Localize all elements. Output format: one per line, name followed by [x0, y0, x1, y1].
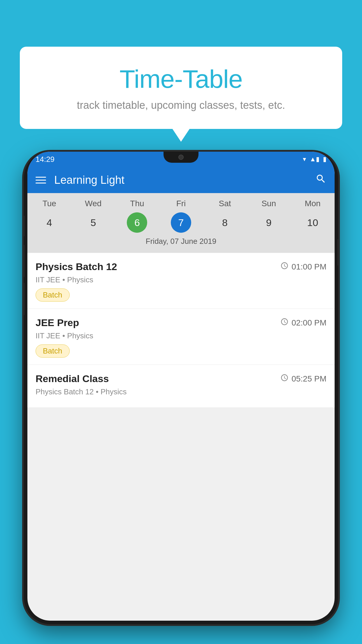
silent-button	[24, 283, 24, 315]
selected-date-label: Friday, 07 June 2019	[27, 237, 335, 250]
day-10[interactable]: 10	[303, 212, 323, 233]
clock-icon-3	[280, 374, 289, 384]
schedule-item-1-title: Physics Batch 12	[36, 261, 117, 272]
wifi-icon: ▾	[303, 155, 306, 163]
day-9[interactable]: 9	[259, 212, 279, 233]
schedule-item-2-time: 02:00 PM	[280, 318, 326, 328]
batch-badge-2: Batch	[36, 344, 70, 358]
phone-frame: 14:29 ▾ ▲▮ ▮ Learning Light	[24, 152, 338, 624]
phone-screen: 14:29 ▾ ▲▮ ▮ Learning Light	[27, 152, 335, 621]
day-4[interactable]: 4	[39, 212, 59, 233]
volume-down-button	[24, 245, 24, 277]
schedule-item-2[interactable]: JEE Prep 02:00 PM IIT JEE • Physics Batc…	[27, 309, 335, 365]
menu-line-3	[36, 183, 46, 183]
app-title: Learning Light	[54, 174, 315, 186]
notch	[164, 152, 198, 163]
calendar-strip: Tue Wed Thu Fri Sat Sun Mon 4 5 6 7 8 9 …	[27, 193, 335, 253]
schedule-item-2-row1: JEE Prep 02:00 PM	[36, 317, 326, 328]
day-numbers: 4 5 6 7 8 9 10	[27, 212, 335, 233]
bubble-subtitle: track timetable, upcoming classes, tests…	[31, 99, 331, 111]
schedule-item-1-time-text: 01:00 PM	[291, 262, 326, 272]
schedule-list: Physics Batch 12 01:00 PM IIT JEE • Phys…	[27, 253, 335, 408]
clock-icon-1	[280, 262, 289, 272]
power-button	[338, 239, 338, 265]
day-headers: Tue Wed Thu Fri Sat Sun Mon	[27, 199, 335, 208]
schedule-item-3-row1: Remedial Class 05:25 PM	[36, 373, 326, 384]
schedule-item-1-row1: Physics Batch 12 01:00 PM	[36, 261, 326, 272]
schedule-item-3-time: 05:25 PM	[280, 374, 326, 384]
schedule-item-1-time: 01:00 PM	[280, 262, 326, 272]
front-camera	[178, 155, 184, 160]
schedule-item-1[interactable]: Physics Batch 12 01:00 PM IIT JEE • Phys…	[27, 253, 335, 309]
phone-wrapper: 14:29 ▾ ▲▮ ▮ Learning Light	[24, 152, 338, 644]
day-6-today[interactable]: 6	[127, 212, 147, 233]
status-icons: ▾ ▲▮ ▮	[303, 155, 326, 163]
day-header-fri: Fri	[164, 199, 198, 208]
schedule-item-2-title: JEE Prep	[36, 317, 79, 328]
clock-icon-2	[280, 318, 289, 328]
day-7-selected[interactable]: 7	[171, 212, 191, 233]
bubble-title: Time-Table	[31, 64, 331, 94]
search-icon[interactable]	[315, 173, 326, 187]
app-bar: Learning Light	[27, 167, 335, 193]
schedule-item-1-subtitle: IIT JEE • Physics	[36, 275, 326, 284]
day-header-sat: Sat	[208, 199, 242, 208]
day-header-thu: Thu	[120, 199, 154, 208]
menu-button[interactable]	[36, 177, 46, 183]
schedule-item-3-time-text: 05:25 PM	[291, 374, 326, 384]
schedule-item-3-title: Remedial Class	[36, 373, 109, 384]
day-header-mon: Mon	[295, 199, 330, 208]
day-8[interactable]: 8	[215, 212, 235, 233]
day-header-wed: Wed	[76, 199, 111, 208]
schedule-item-2-time-text: 02:00 PM	[291, 318, 326, 328]
volume-up-button	[24, 216, 24, 236]
schedule-item-3-subtitle: Physics Batch 12 • Physics	[36, 387, 326, 396]
day-header-tue: Tue	[32, 199, 67, 208]
schedule-item-2-subtitle: IIT JEE • Physics	[36, 331, 326, 340]
speech-bubble: Time-Table track timetable, upcoming cla…	[20, 47, 342, 129]
day-5[interactable]: 5	[83, 212, 103, 233]
status-time: 14:29	[36, 155, 55, 164]
day-header-sun: Sun	[251, 199, 286, 208]
batch-badge-1: Batch	[36, 288, 70, 302]
signal-icon: ▲▮	[310, 155, 319, 163]
battery-icon: ▮	[323, 155, 326, 163]
menu-line-2	[36, 180, 46, 181]
menu-line-1	[36, 177, 46, 178]
schedule-item-3[interactable]: Remedial Class 05:25 PM Physics Batch 12…	[27, 365, 335, 408]
speech-bubble-wrapper: Time-Table track timetable, upcoming cla…	[20, 47, 342, 129]
